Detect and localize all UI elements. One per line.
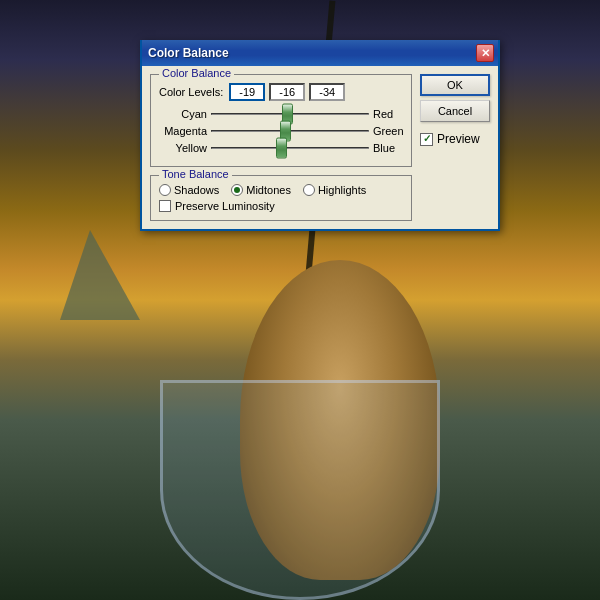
tone-balance-group-label: Tone Balance	[159, 168, 232, 180]
yellow-label: Yellow	[159, 142, 207, 154]
midtones-radio-circle	[231, 184, 243, 196]
dialog-title: Color Balance	[148, 46, 229, 60]
preview-row: ✓ Preview	[420, 132, 490, 146]
slider3-line	[211, 147, 369, 149]
tone-balance-group: Tone Balance Shadows Midtones	[150, 175, 412, 221]
close-button[interactable]: ✕	[476, 44, 494, 62]
ok-button[interactable]: OK	[420, 74, 490, 96]
cyan-red-track[interactable]	[211, 107, 369, 121]
yellow-blue-track[interactable]	[211, 141, 369, 155]
color-levels-label: Color Levels:	[159, 86, 223, 98]
color-balance-group: Color Balance Color Levels: Cyan	[150, 74, 412, 167]
dialog-main-content: Color Balance Color Levels: Cyan	[150, 74, 412, 221]
color-balance-dialog: Color Balance ✕ Color Balance Color Leve…	[140, 40, 500, 231]
level3-input[interactable]	[309, 83, 345, 101]
midtones-radio-item[interactable]: Midtones	[231, 184, 291, 196]
preview-checkmark: ✓	[423, 134, 431, 144]
preserve-luminosity-checkbox[interactable]	[159, 200, 171, 212]
dialog-body: Color Balance Color Levels: Cyan	[142, 66, 498, 229]
blue-label: Blue	[373, 142, 403, 154]
magenta-label: Magenta	[159, 125, 207, 137]
level1-input[interactable]	[229, 83, 265, 101]
tone-radio-row: Shadows Midtones Highlights	[159, 184, 403, 196]
highlights-label: Highlights	[318, 184, 366, 196]
magenta-green-slider-row: Magenta Green	[159, 124, 403, 138]
close-icon: ✕	[481, 47, 490, 60]
green-label: Green	[373, 125, 403, 137]
dialog-sidebar: OK Cancel ✓ Preview	[420, 74, 490, 221]
magenta-green-track[interactable]	[211, 124, 369, 138]
preserve-luminosity-label: Preserve Luminosity	[175, 200, 275, 212]
shadows-radio-item[interactable]: Shadows	[159, 184, 219, 196]
level2-input[interactable]	[269, 83, 305, 101]
color-levels-row: Color Levels:	[159, 83, 403, 101]
red-label: Red	[373, 108, 403, 120]
glass-bowl	[160, 380, 440, 600]
highlights-radio-circle	[303, 184, 315, 196]
preview-label: Preview	[437, 132, 480, 146]
highlights-radio-item[interactable]: Highlights	[303, 184, 366, 196]
cyan-red-slider-row: Cyan Red	[159, 107, 403, 121]
cancel-button[interactable]: Cancel	[420, 100, 490, 122]
shadows-label: Shadows	[174, 184, 219, 196]
slider3-thumb[interactable]	[276, 138, 287, 159]
yellow-blue-slider-row: Yellow Blue	[159, 141, 403, 155]
cyan-label: Cyan	[159, 108, 207, 120]
color-balance-group-label: Color Balance	[159, 67, 234, 79]
shadows-radio-circle	[159, 184, 171, 196]
midtones-label: Midtones	[246, 184, 291, 196]
dialog-overlay: Color Balance ✕ Color Balance Color Leve…	[140, 40, 500, 231]
title-bar: Color Balance ✕	[142, 40, 498, 66]
shark-fin	[60, 230, 140, 320]
preserve-luminosity-row[interactable]: Preserve Luminosity	[159, 200, 403, 212]
preview-checkbox[interactable]: ✓	[420, 133, 433, 146]
